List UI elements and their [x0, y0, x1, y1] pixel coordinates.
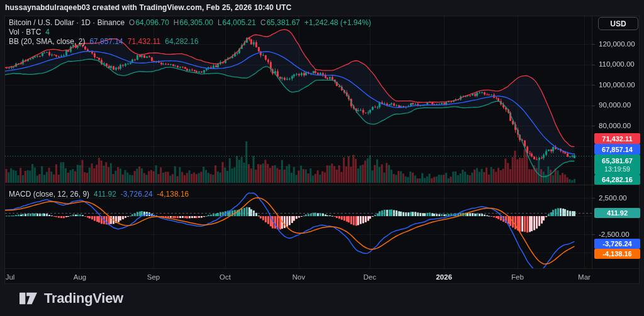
macd-axis-label: -2,500.00 — [599, 230, 630, 239]
bar-countdown: 13:19:59 — [604, 165, 630, 173]
macd-line-badge: -3,726.24 — [594, 239, 640, 249]
macd-line-value: -3,726.24 — [121, 190, 153, 199]
attribution-text: hussaynabdulraqeeb03 created with Tradin… — [5, 3, 291, 12]
time-axis-label: Dec — [364, 273, 376, 281]
macd-signal-badge: -4,138.16 — [594, 249, 640, 259]
macd-legend-title: MACD (close, 12, 26, 9) — [9, 190, 89, 199]
ohlc-high: H66,305.00 — [174, 18, 213, 27]
ohlc-low: L64,005.21 — [218, 18, 256, 27]
time-axis-label-year: 2026 — [436, 273, 452, 281]
volume-legend-title: Vol · BTC — [9, 28, 41, 36]
time-axis-label: Feb — [511, 273, 524, 281]
time-axis-label: Jul — [6, 273, 15, 281]
price-axis-label: 110,000.00 — [599, 60, 635, 68]
tradingview-logo-text: TradingView — [44, 290, 123, 307]
bb-upper-value: 71,432.11 — [128, 37, 161, 46]
macd-axis-label: 2,500.00 — [599, 193, 627, 202]
bollinger-legend[interactable]: BB (20, SMA, close, 2) 67,857.14 71,432.… — [9, 37, 199, 46]
price-axis-label: 100,000.00 — [599, 80, 635, 89]
symbol-legend[interactable]: Bitcoin / U.S. Dollar · 1D · Binance O64… — [9, 18, 371, 27]
price-axis-label: 80,000.00 — [599, 121, 631, 130]
price-chart-canvas[interactable] — [0, 0, 644, 316]
macd-legend[interactable]: MACD (close, 12, 26, 9) 411.92 -3,726.24… — [9, 190, 189, 199]
ohlc-open: O64,096.70 — [129, 18, 169, 27]
bb-basis-value: 67,857.14 — [89, 37, 123, 46]
macd-hist-badge: 411.92 — [594, 208, 640, 218]
tradingview-logo-icon — [19, 290, 38, 307]
time-axis-label: Aug — [74, 273, 86, 281]
tradingview-widget: hussaynabdulraqeeb03 created with Tradin… — [0, 0, 644, 316]
price-axis-label: 120,000.00 — [599, 40, 635, 48]
tradingview-logo[interactable]: TradingView — [19, 290, 123, 307]
last-price-badge: 65,381.67 13:19:59 — [594, 155, 640, 175]
bb-upper-badge: 71,432.11 — [594, 133, 640, 144]
macd-hist-value: 411.92 — [94, 190, 116, 199]
price-change: +1,242.48 (+1.94%) — [304, 18, 371, 27]
bb-legend-title: BB (20, SMA, close, 2) — [9, 37, 85, 46]
macd-signal-value: -4,138.16 — [157, 190, 189, 199]
currency-toggle-button[interactable]: USD — [598, 17, 638, 30]
bb-basis-badge: 67,857.14 — [594, 144, 640, 155]
time-axis-label: Nov — [292, 273, 305, 281]
volume-legend-value: 4 — [45, 28, 50, 36]
price-axis-label: 90,000.00 — [599, 101, 631, 109]
bb-lower-value: 64,282.16 — [165, 37, 198, 46]
symbol-title: Bitcoin / U.S. Dollar · 1D · Binance — [9, 18, 125, 27]
currency-toggle-label: USD — [610, 19, 626, 28]
bb-lower-badge: 64,282.16 — [594, 175, 640, 185]
time-axis-label: Mar — [578, 273, 591, 281]
time-axis-label: Sep — [147, 273, 160, 281]
time-axis-label: Oct — [219, 273, 231, 281]
ohlc-close: C65,381.67 — [260, 18, 300, 27]
last-price-value: 65,381.67 — [602, 157, 633, 165]
volume-legend[interactable]: Vol · BTC 4 — [9, 28, 50, 36]
